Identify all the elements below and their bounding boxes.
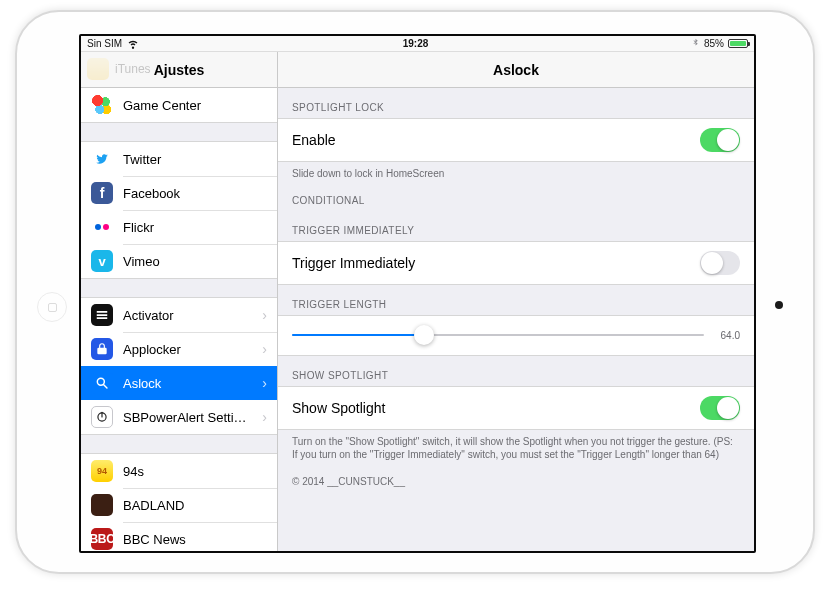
flickr-icon (91, 216, 113, 238)
applocker-icon (91, 338, 113, 360)
enable-label: Enable (292, 132, 700, 148)
section-header-spotlight-lock: SPOTLIGHT LOCK (278, 88, 754, 118)
navigation-bar: iTunes Ajustes Aslock (81, 52, 754, 88)
trigger-length-value: 64.0 (714, 330, 740, 341)
sidebar-item-label: BADLAND (123, 498, 267, 513)
chevron-right-icon: › (262, 409, 267, 425)
trigger-length-slider[interactable] (292, 334, 704, 336)
show-spotlight-footer: Turn on the "Show Spotlight" switch, it … (278, 430, 754, 462)
wifi-icon (126, 36, 140, 52)
section-header-trigger-len: TRIGGER LENGTH (278, 285, 754, 315)
facebook-icon: f (91, 182, 113, 204)
enable-cell[interactable]: Enable (278, 118, 754, 162)
bluetooth-icon (691, 38, 700, 49)
sidebar-item-94s[interactable]: 9494s (81, 454, 277, 488)
sidebar-item-label: Game Center (123, 98, 267, 113)
settings-sidebar[interactable]: Game CenterTwitterfFacebookFlickrvVimeoA… (81, 88, 278, 551)
carrier-label: Sin SIM (87, 38, 122, 49)
sidebar-item-label: BBC News (123, 532, 267, 547)
trigger-immediately-label: Trigger Immediately (292, 255, 700, 271)
sidebar-title: Ajustes (154, 62, 205, 78)
sidebar-item-label: Activator (123, 308, 252, 323)
sidebar-item-twitter[interactable]: Twitter (81, 142, 277, 176)
trigger-length-cell[interactable]: 64.0 (278, 315, 754, 356)
activator-icon (91, 304, 113, 326)
sidebar-item-badland[interactable]: BADLAND (81, 488, 277, 522)
bbc-icon: BBC (91, 528, 113, 550)
sidebar-item-aslock[interactable]: Aslock› (81, 366, 277, 400)
section-header-show-spotlight: SHOW SPOTLIGHT (278, 356, 754, 386)
sbpower-icon (91, 406, 113, 428)
enable-footer: Slide down to lock in HomeScreen (278, 162, 754, 181)
detail-title: Aslock (493, 62, 539, 78)
ipad-frame: Sin SIM 19:28 85% iT (15, 10, 815, 574)
section-header-trigger-imm: TRIGGER IMMEDIATELY (278, 211, 754, 241)
94s-icon: 94 (91, 460, 113, 482)
sidebar-item-label: Flickr (123, 220, 267, 235)
sidebar-item-facebook[interactable]: fFacebook (81, 176, 277, 210)
trigger-immediately-switch[interactable] (700, 251, 740, 275)
faded-prev-row: iTunes (87, 58, 151, 80)
sidebar-item-label: Aslock (123, 376, 252, 391)
sidebar-item-flickr[interactable]: Flickr (81, 210, 277, 244)
badland-icon (91, 494, 113, 516)
chevron-right-icon: › (262, 375, 267, 391)
sidebar-item-label: SBPowerAlert Settings (123, 410, 252, 425)
show-spotlight-switch[interactable] (700, 396, 740, 420)
sidebar-item-activator[interactable]: Activator› (81, 298, 277, 332)
chevron-right-icon: › (262, 307, 267, 323)
sidebar-item-game-center[interactable]: Game Center (81, 88, 277, 122)
status-bar: Sin SIM 19:28 85% (81, 36, 754, 52)
front-camera (775, 301, 783, 309)
battery-icon (728, 39, 748, 48)
sidebar-navbar: iTunes Ajustes (81, 52, 278, 87)
enable-switch[interactable] (700, 128, 740, 152)
vimeo-icon: v (91, 250, 113, 272)
sidebar-item-label: Twitter (123, 152, 267, 167)
sidebar-item-label: Vimeo (123, 254, 267, 269)
sidebar-item-vimeo[interactable]: vVimeo (81, 244, 277, 278)
detail-navbar: Aslock (278, 52, 754, 87)
trigger-immediately-cell[interactable]: Trigger Immediately (278, 241, 754, 285)
section-header-conditional: CONDITIONAL (278, 181, 754, 211)
settings-detail[interactable]: SPOTLIGHT LOCK Enable Slide down to lock… (278, 88, 754, 551)
sidebar-item-bbc[interactable]: BBCBBC News (81, 522, 277, 551)
show-spotlight-label: Show Spotlight (292, 400, 700, 416)
aslock-icon (91, 372, 113, 394)
sidebar-item-label: 94s (123, 464, 267, 479)
sidebar-item-applocker[interactable]: Applocker› (81, 332, 277, 366)
sidebar-item-sbpower[interactable]: SBPowerAlert Settings› (81, 400, 277, 434)
sidebar-item-label: Applocker (123, 342, 252, 357)
show-spotlight-cell[interactable]: Show Spotlight (278, 386, 754, 430)
battery-pct: 85% (704, 38, 724, 49)
twitter-icon (91, 148, 113, 170)
clock: 19:28 (140, 38, 691, 49)
copyright: © 2014 __CUNSTUCK__ (278, 462, 754, 501)
game-center-icon (91, 94, 113, 116)
chevron-right-icon: › (262, 341, 267, 357)
home-button[interactable] (37, 292, 67, 322)
sidebar-item-label: Facebook (123, 186, 267, 201)
slider-thumb[interactable] (414, 325, 434, 345)
